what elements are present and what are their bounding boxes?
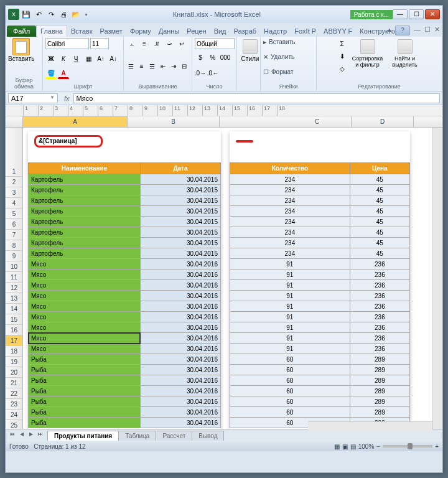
col-header-c[interactable]: C [283, 116, 352, 127]
row-header[interactable]: 1 [6, 166, 22, 177]
qat-save-icon[interactable]: 💾 [21, 9, 32, 20]
cell-name[interactable]: Мясо [29, 280, 141, 291]
cell-qty[interactable]: 91 [230, 312, 350, 322]
cell-qty[interactable]: 60 [230, 396, 350, 407]
styles-button[interactable]: Стили [240, 38, 261, 63]
cell-date[interactable]: 30.04.2015 [140, 185, 220, 195]
cell-date[interactable]: 30.04.2016 [140, 312, 220, 322]
row-header[interactable]: 17 [6, 335, 22, 346]
col-price-header[interactable]: Цена [350, 163, 409, 174]
col-header-b[interactable]: B [128, 116, 220, 127]
cell-qty[interactable]: 91 [230, 301, 350, 312]
horizontal-scrollbar[interactable] [308, 421, 432, 431]
percent-icon[interactable]: % [207, 52, 218, 63]
cell-price[interactable]: 236 [350, 280, 409, 291]
col-header-a[interactable]: A [23, 116, 128, 127]
cell-price[interactable]: 45 [350, 248, 409, 259]
ribbon-minimize-icon[interactable]: ▴ [388, 26, 391, 35]
cell-date[interactable]: 30.04.2015 [140, 174, 220, 185]
cell-name[interactable]: Мясо [29, 344, 141, 354]
cell-price[interactable]: 45 [350, 195, 409, 206]
tab-view[interactable]: Вид [210, 26, 230, 37]
cell-qty[interactable]: 234 [230, 248, 350, 259]
cell-name[interactable]: Мясо [29, 301, 141, 312]
file-tab[interactable]: Файл [7, 26, 36, 37]
font-color-button[interactable]: A [58, 68, 69, 79]
grow-font-icon[interactable]: A↑ [95, 53, 106, 64]
row-header[interactable]: 23 [6, 399, 22, 410]
cell-date[interactable]: 30.04.2016 [140, 259, 220, 269]
cell-price[interactable]: 289 [350, 407, 409, 418]
border-button[interactable]: ▦ [83, 53, 94, 64]
tab-developer[interactable]: Разраб [230, 26, 261, 37]
orientation-icon[interactable]: ⤻ [164, 38, 175, 49]
cell-qty[interactable]: 234 [230, 217, 350, 227]
row-header[interactable]: 11 [6, 272, 22, 283]
number-format-select[interactable] [195, 38, 235, 49]
cell-qty[interactable]: 91 [230, 344, 350, 354]
cell-qty[interactable]: 234 [230, 195, 350, 206]
align-top-icon[interactable]: ⫠ [126, 38, 138, 49]
cell-qty[interactable]: 234 [230, 227, 350, 238]
fx-icon[interactable]: fx [60, 95, 73, 102]
qat-redo-icon[interactable]: ↷ [45, 9, 57, 20]
row-header[interactable]: 5 [6, 209, 22, 219]
cell-price[interactable]: 289 [350, 365, 409, 375]
col-name-header[interactable]: Наименование [29, 163, 141, 174]
font-name-select[interactable] [45, 38, 89, 49]
cells-delete-button[interactable]: ✕ Удалить [263, 53, 314, 61]
name-box[interactable]: A17▼ [8, 93, 58, 103]
cell-name[interactable]: Картофель [29, 238, 141, 248]
cell-qty[interactable]: 91 [230, 269, 350, 280]
cell-date[interactable]: 30.04.2015 [140, 248, 220, 259]
zoom-slider[interactable] [383, 445, 432, 448]
zoom-in-button[interactable]: + [435, 443, 439, 450]
qat-print-icon[interactable]: 🖨 [58, 9, 69, 20]
cell-date[interactable]: 30.04.2016 [140, 354, 220, 365]
cell-price[interactable]: 45 [350, 217, 409, 227]
align-bottom-icon[interactable]: ⫡ [151, 38, 162, 49]
formula-input[interactable]: Мясо [73, 93, 440, 103]
row-header[interactable]: 20 [6, 367, 22, 378]
clear-icon[interactable]: ◇ [337, 63, 348, 74]
cell-date[interactable]: 30.04.2016 [140, 291, 220, 301]
cell-date[interactable]: 30.04.2016 [140, 333, 220, 344]
context-tab[interactable]: Работа с к... [350, 10, 393, 19]
cell-price[interactable]: 236 [350, 291, 409, 301]
row-header[interactable]: 6 [6, 219, 22, 230]
cell-qty[interactable]: 91 [230, 322, 350, 333]
select-all-corner[interactable] [6, 116, 23, 127]
cell-qty[interactable]: 60 [230, 375, 350, 386]
tab-nav-next[interactable]: ▶ [27, 431, 35, 440]
align-middle-icon[interactable]: ≡ [139, 38, 150, 49]
cell-price[interactable]: 45 [350, 174, 409, 185]
row-header[interactable]: 4 [6, 198, 22, 209]
cell-price[interactable]: 236 [350, 344, 409, 354]
find-select-button[interactable]: Найти и выделить [388, 38, 422, 75]
zoom-out-button[interactable]: − [376, 443, 380, 450]
row-header[interactable]: 21 [6, 378, 22, 388]
row-header[interactable]: 7 [6, 230, 22, 240]
sheet-tab-output[interactable]: Вывод [192, 431, 224, 441]
cell-qty[interactable]: 91 [230, 280, 350, 291]
zoom-level[interactable]: 100% [358, 443, 375, 450]
cell-date[interactable]: 30.04.2016 [140, 418, 220, 428]
cell-name[interactable]: Картофель [29, 185, 141, 195]
doc-restore-icon[interactable]: ☐ [424, 26, 431, 35]
tab-home[interactable]: Главна [36, 25, 67, 37]
row-header[interactable]: 2 [6, 177, 22, 187]
underline-button[interactable]: Ч [70, 53, 82, 64]
cell-price[interactable]: 289 [350, 375, 409, 386]
tab-layout[interactable]: Размет [96, 26, 126, 37]
qat-customize-icon[interactable]: ▼ [84, 12, 88, 17]
col-qty-header[interactable]: Количество [230, 163, 350, 174]
tab-nav-last[interactable]: ⏭ [36, 431, 45, 440]
cell-qty[interactable]: 60 [230, 386, 350, 396]
cell-date[interactable]: 30.04.2016 [140, 396, 220, 407]
cell-name[interactable]: Мясо [29, 312, 141, 322]
tab-foxit[interactable]: FoxIt P [291, 26, 320, 37]
cells-format-button[interactable]: ☐ Формат [263, 68, 314, 76]
cell-price[interactable]: 236 [350, 312, 409, 322]
sheet-tab-table[interactable]: Таблица [118, 431, 156, 441]
tab-addins[interactable]: Надстр [260, 26, 291, 37]
